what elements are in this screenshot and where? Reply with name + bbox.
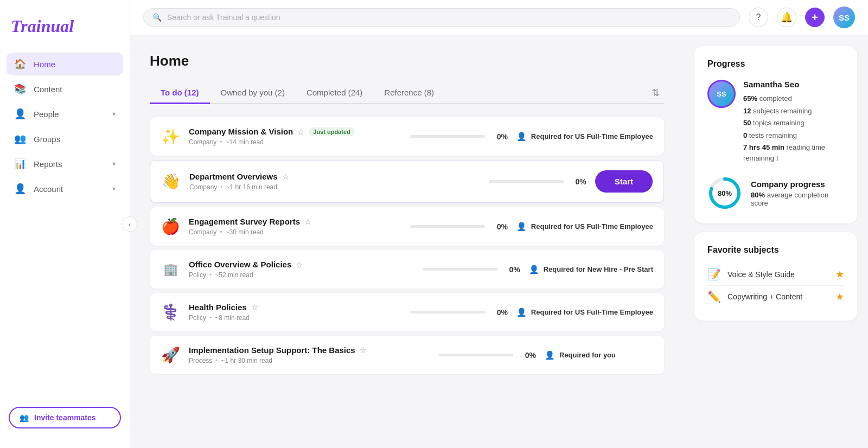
progress-area: 0% — [410, 308, 508, 317]
item-info: Health Policies ☆ Policy • ~8 min read — [189, 303, 401, 322]
star-icon[interactable]: ☆ — [360, 346, 367, 355]
progress-area: 0% — [410, 132, 508, 141]
item-required: 👤 Required for you — [545, 350, 653, 360]
invite-icon: 👥 — [20, 413, 29, 422]
tabs: To do (12) Owned by you (2) Completed (2… — [150, 82, 664, 104]
sidebar-item-people[interactable]: 👤 People ▾ — [7, 103, 123, 125]
favorites-title: Favorite subjects — [707, 245, 844, 255]
required-icon: 👤 — [516, 308, 527, 317]
sidebar-item-account[interactable]: 👤 Account ▾ — [7, 177, 123, 200]
list-item: 🍎 Engagement Survey Reports ☆ Company • … — [150, 207, 664, 246]
sidebar-collapse-button[interactable]: ‹ — [122, 216, 137, 232]
item-meta: Company • ~14 min read — [189, 138, 401, 146]
required-icon: 👤 — [545, 350, 555, 360]
page-title: Home — [150, 53, 664, 69]
item-title: Department Overviews ☆ — [189, 172, 480, 181]
tab-todo[interactable]: To do (12) — [150, 82, 210, 104]
company-stats-title: Company progress — [751, 180, 844, 189]
required-icon: 👤 — [529, 265, 539, 274]
stat-tests: 0 tests remaining — [743, 130, 844, 141]
list-item: 🏢 Office Overview & Policies ☆ Policy • … — [150, 250, 664, 289]
user-progress: SS Samantha Seo 65% completed 12 subject… — [707, 80, 844, 165]
tab-reference[interactable]: Reference (8) — [373, 82, 445, 104]
topbar: 🔍 Search or ask Trainual a question ? 🔔 … — [130, 0, 868, 35]
add-button[interactable]: + — [805, 8, 825, 27]
required-icon: 👤 — [516, 222, 527, 232]
content-icon: 📚 — [14, 83, 26, 95]
item-icon: ✨ — [161, 127, 180, 145]
topbar-actions: ? 🔔 + SS — [749, 7, 855, 28]
item-info: Engagement Survey Reports ☆ Company • ~3… — [189, 217, 401, 236]
right-sidebar: Progress SS Samantha Seo 65% completed 1… — [684, 35, 868, 448]
fav-icon: 📝 — [707, 268, 721, 281]
tab-completed[interactable]: Completed (24) — [296, 82, 373, 104]
star-icon[interactable]: ☆ — [297, 127, 304, 136]
progress-card: Progress SS Samantha Seo 65% completed 1… — [694, 46, 857, 223]
chevron-down-icon: ▾ — [112, 160, 116, 168]
sidebar-item-home[interactable]: 🏠 Home — [7, 53, 123, 75]
groups-icon: 👥 — [14, 133, 26, 145]
tab-owned[interactable]: Owned by you (2) — [210, 82, 296, 104]
progress-pct: 0% — [492, 222, 508, 231]
sidebar-item-label: Groups — [34, 135, 60, 144]
star-icon[interactable]: ☆ — [251, 303, 258, 312]
required-icon: 👤 — [516, 132, 527, 142]
search-box[interactable]: 🔍 Search or ask Trainual a question — [143, 8, 740, 27]
fav-star-icon[interactable]: ★ — [835, 268, 844, 280]
item-meta: Process • ~1 hr 30 min read — [189, 357, 430, 364]
main-wrapper: 🔍 Search or ask Trainual a question ? 🔔 … — [130, 0, 868, 448]
progress-card-title: Progress — [707, 59, 844, 69]
sidebar-item-label: Content — [34, 85, 62, 94]
company-progress-row: 80% Company progress 80% average complet… — [707, 176, 844, 210]
help-button[interactable]: ? — [749, 8, 768, 27]
item-icon: ⚕️ — [161, 303, 180, 321]
invite-teammates-button[interactable]: 👥 Invite teammates — [9, 407, 121, 428]
progress-area: 0% — [410, 222, 508, 231]
user-avatar[interactable]: SS — [833, 7, 855, 28]
progress-pct: 0% — [570, 177, 586, 186]
progress-pct: 0% — [504, 265, 520, 274]
home-icon: 🏠 — [14, 58, 26, 70]
fav-item[interactable]: ✏️ Copywriting + Content ★ — [707, 286, 844, 308]
user-stats: Samantha Seo 65% completed 12 subjects r… — [743, 80, 844, 165]
notifications-button[interactable]: 🔔 — [777, 8, 796, 27]
sidebar-bottom: 👥 Invite teammates — [0, 398, 130, 437]
progress-area: 0% — [438, 351, 536, 360]
list-item: 👋 Department Overviews ☆ Company • ~1 hr… — [150, 160, 664, 203]
item-meta: Policy • ~8 min read — [189, 314, 401, 322]
start-button[interactable]: Start — [595, 170, 653, 193]
reports-icon: 📊 — [14, 158, 26, 170]
progress-area: 0% — [489, 177, 586, 186]
updated-badge: Just updated — [309, 127, 354, 136]
sidebar-item-reports[interactable]: 📊 Reports ▾ — [7, 152, 123, 175]
fav-name: Copywriting + Content — [727, 292, 829, 301]
item-title: Company Mission & Vision ☆ Just updated — [189, 127, 401, 136]
item-icon: 🚀 — [161, 346, 180, 364]
circle-label: 80% — [718, 189, 732, 197]
progress-pct: 0% — [492, 132, 508, 141]
circle-progress: 80% — [707, 176, 742, 210]
fav-star-icon[interactable]: ★ — [835, 291, 844, 303]
item-icon: 👋 — [161, 172, 181, 190]
sidebar-item-label: Reports — [34, 159, 62, 169]
account-icon: 👤 — [14, 183, 26, 195]
sidebar-item-groups[interactable]: 👥 Groups — [7, 127, 123, 150]
people-icon: 👤 — [14, 108, 26, 120]
progress-pct: 0% — [492, 308, 508, 317]
sort-icon[interactable]: ⇅ — [647, 85, 664, 101]
item-title: Office Overview & Policies ☆ — [189, 260, 414, 269]
stat-completion: 65% completed — [743, 93, 844, 104]
fav-item[interactable]: 📝 Voice & Style Guide ★ — [707, 264, 844, 286]
sidebar-nav: 🏠 Home 📚 Content 👤 People ▾ 👥 Groups 📊 R… — [0, 53, 130, 398]
item-required: 👤 Required for US Full-Time Employee — [516, 308, 653, 317]
search-placeholder: Search or ask Trainual a question — [167, 13, 280, 22]
star-icon[interactable]: ☆ — [296, 260, 303, 269]
company-stats-line: 80% average completion score — [751, 191, 844, 207]
sidebar-item-content[interactable]: 📚 Content — [7, 78, 123, 100]
star-icon[interactable]: ☆ — [304, 217, 311, 226]
company-stats: Company progress 80% average completion … — [751, 180, 844, 207]
item-title: Engagement Survey Reports ☆ — [189, 217, 401, 226]
progress-area: 0% — [423, 265, 520, 274]
star-icon[interactable]: ☆ — [282, 172, 289, 181]
item-info: Implementation Setup Support: The Basics… — [189, 345, 430, 364]
